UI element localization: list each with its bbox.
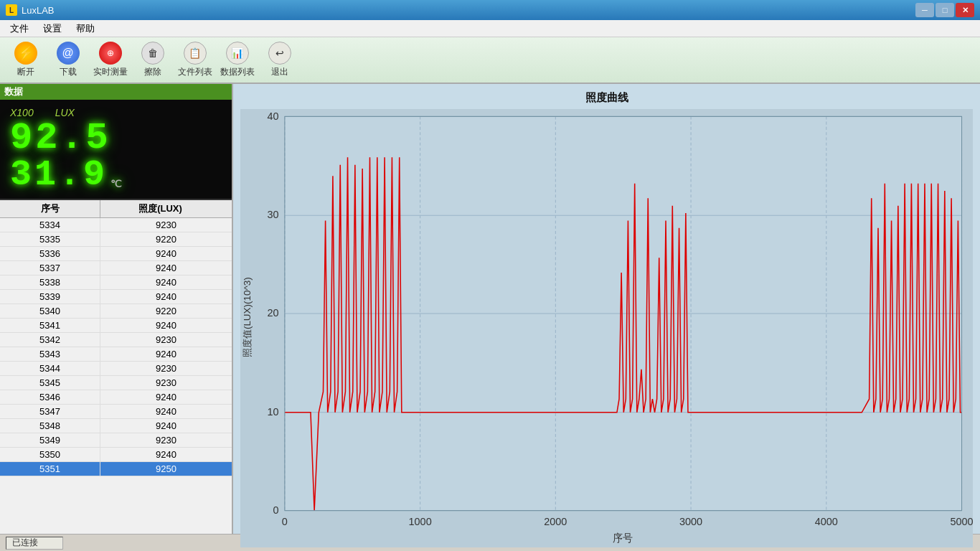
download-icon: @ xyxy=(57,42,80,65)
table-row[interactable]: 53439240 xyxy=(0,347,232,362)
exit-label: 退出 xyxy=(271,66,288,78)
table-row[interactable]: 53419240 xyxy=(0,319,232,333)
svg-text:0: 0 xyxy=(282,516,288,527)
exit-button[interactable]: ↩ 退出 xyxy=(260,40,299,80)
table-row[interactable]: 53359220 xyxy=(0,232,232,247)
cell-val: 9240 xyxy=(100,319,232,332)
close-button[interactable]: ✕ xyxy=(956,3,974,17)
cell-seq: 5349 xyxy=(0,433,100,447)
minimize-button[interactable]: ─ xyxy=(915,3,934,17)
erase-label: 擦除 xyxy=(144,66,161,78)
cell-val: 9240 xyxy=(100,448,232,461)
cell-seq: 5336 xyxy=(0,247,100,260)
erase-icon: 🗑 xyxy=(141,42,164,65)
cell-val: 9230 xyxy=(100,218,232,232)
table-row[interactable]: 53409220 xyxy=(0,304,232,319)
toolbar: ⚡ 断开 @ 下载 ⊕ 实时测量 🗑 擦除 📋 文件列表 📊 数据列表 ↩ 退出 xyxy=(0,37,980,84)
disconnect-label: 断开 xyxy=(17,66,34,78)
cell-seq: 5335 xyxy=(0,232,100,246)
menu-help[interactable]: 帮助 xyxy=(69,21,102,37)
table-body[interactable]: 5334923053359220533692405337924053389240… xyxy=(0,218,232,534)
title-controls: ─ □ ✕ xyxy=(915,3,974,17)
download-button[interactable]: @ 下载 xyxy=(48,40,88,80)
table-row[interactable]: 53459230 xyxy=(0,376,232,390)
chart-area: 照度曲线 xyxy=(233,84,980,534)
table-row[interactable]: 53499230 xyxy=(0,433,232,448)
chart-container: 40 30 20 10 0 0 1000 2000 3000 4000 5000… xyxy=(240,109,973,547)
title-left: L LuxLAB xyxy=(6,4,55,16)
download-label: 下载 xyxy=(60,66,77,78)
menu-bar: 文件 设置 帮助 xyxy=(0,20,980,37)
cell-seq: 5345 xyxy=(0,376,100,390)
table-row[interactable]: 53509240 xyxy=(0,448,232,462)
cell-seq: 5344 xyxy=(0,362,100,375)
cell-seq: 5342 xyxy=(0,333,100,347)
cell-val: 9240 xyxy=(100,405,232,418)
table-row[interactable]: 53369240 xyxy=(0,247,232,261)
temp-unit: ℃ xyxy=(110,179,125,189)
cell-seq: 5340 xyxy=(0,304,100,318)
cell-seq: 5334 xyxy=(0,218,100,232)
table-row[interactable]: 53479240 xyxy=(0,405,232,419)
table-row[interactable]: 53449230 xyxy=(0,362,232,376)
svg-text:3000: 3000 xyxy=(679,516,702,527)
disconnect-button[interactable]: ⚡ 断开 xyxy=(6,40,45,80)
svg-text:序号: 序号 xyxy=(613,532,633,544)
cell-val: 9220 xyxy=(100,232,232,246)
header-val: 照度(LUX) xyxy=(100,200,220,217)
svg-text:30: 30 xyxy=(268,209,279,220)
cell-val: 9230 xyxy=(100,376,232,390)
filelist-button[interactable]: 📋 文件列表 xyxy=(175,40,215,80)
cell-seq: 5338 xyxy=(0,276,100,289)
realtime-icon: ⊕ xyxy=(99,42,122,65)
erase-button[interactable]: 🗑 擦除 xyxy=(133,40,172,80)
panel-header: 数据 xyxy=(0,84,232,100)
app-icon: L xyxy=(6,4,17,16)
lux-value: 92.5 xyxy=(10,120,222,157)
datalist-button[interactable]: 📊 数据列表 xyxy=(217,40,257,80)
cell-val: 9240 xyxy=(100,347,232,361)
realtime-button[interactable]: ⊕ 实时测量 xyxy=(90,40,130,80)
menu-settings[interactable]: 设置 xyxy=(36,21,69,37)
table-row[interactable]: 53349230 xyxy=(0,218,232,232)
table-row[interactable]: 53389240 xyxy=(0,276,232,290)
chart-svg: 40 30 20 10 0 0 1000 2000 3000 4000 5000… xyxy=(240,109,973,547)
table-row[interactable]: 53469240 xyxy=(0,390,232,405)
table-row[interactable]: 53429230 xyxy=(0,333,232,347)
cell-seq: 5347 xyxy=(0,405,100,418)
cell-seq: 5351 xyxy=(0,462,100,476)
cell-seq: 5341 xyxy=(0,319,100,332)
exit-icon: ↩ xyxy=(268,42,291,65)
title-bar: L LuxLAB ─ □ ✕ xyxy=(0,0,980,20)
svg-text:照度值(LUX)(10^3): 照度值(LUX)(10^3) xyxy=(242,277,253,357)
maximize-button[interactable]: □ xyxy=(936,3,954,17)
cell-val: 9230 xyxy=(100,433,232,447)
cell-val: 9250 xyxy=(100,462,232,476)
table-header: 序号 照度(LUX) xyxy=(0,200,232,218)
connection-status: 已连接 xyxy=(12,537,38,549)
status-text: 已连接 xyxy=(6,537,63,550)
datalist-icon: 📊 xyxy=(226,42,249,65)
disconnect-icon: ⚡ xyxy=(14,42,37,65)
main-area: 数据 X100 LUX 92.5 31.9 ℃ 序号 照度(LUX) xyxy=(0,84,980,534)
temp-value: 31.9 xyxy=(10,157,108,193)
cell-seq: 5348 xyxy=(0,419,100,433)
data-table: 序号 照度(LUX) 53349230533592205336924053379… xyxy=(0,200,232,534)
table-row[interactable]: 53489240 xyxy=(0,419,232,433)
cell-val: 9240 xyxy=(100,247,232,260)
table-row[interactable]: 53399240 xyxy=(0,290,232,304)
filelist-label: 文件列表 xyxy=(178,66,212,78)
cell-val: 9240 xyxy=(100,290,232,303)
svg-text:5000: 5000 xyxy=(950,516,973,527)
menu-file[interactable]: 文件 xyxy=(3,21,36,37)
cell-val: 9240 xyxy=(100,276,232,289)
table-row[interactable]: 53519250 xyxy=(0,462,232,476)
cell-seq: 5350 xyxy=(0,448,100,461)
svg-text:10: 10 xyxy=(268,406,279,418)
filelist-icon: 📋 xyxy=(184,42,207,65)
cell-seq: 5339 xyxy=(0,290,100,303)
table-row[interactable]: 53379240 xyxy=(0,261,232,276)
digital-display: X100 LUX 92.5 31.9 ℃ xyxy=(0,100,232,200)
left-panel: 数据 X100 LUX 92.5 31.9 ℃ 序号 照度(LUX) xyxy=(0,84,233,534)
cell-val: 9240 xyxy=(100,261,232,275)
